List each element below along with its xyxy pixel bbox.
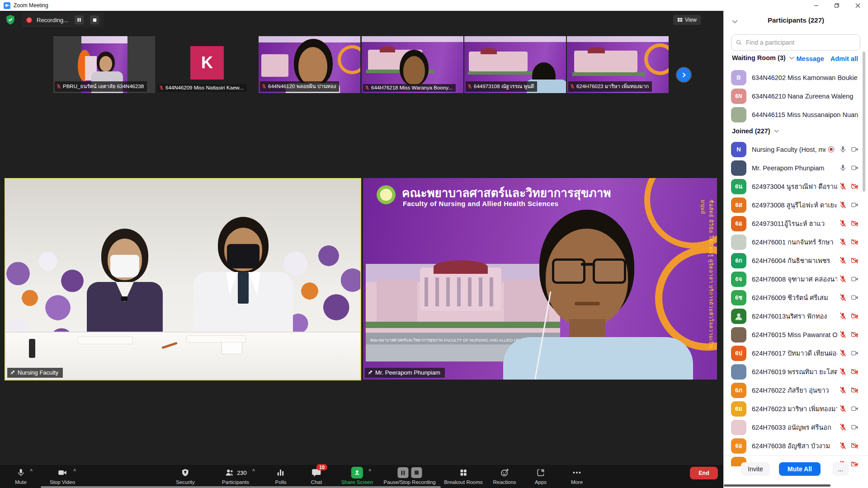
mic-muted-icon[interactable] bbox=[839, 349, 847, 357]
video-thumbnail[interactable]: 644H76218 Miss Waranya Boony... bbox=[362, 36, 463, 93]
participant-row[interactable]: 6ม 624H76023 มาริษา เพิ่มทองมาก bbox=[724, 399, 862, 418]
apps-button[interactable]: Apps bbox=[535, 467, 547, 485]
participant-row[interactable]: 6ช 624H76009 ชีวรัตน์ ศรีเสม bbox=[724, 288, 862, 307]
chevron-up-icon[interactable]: ^ bbox=[368, 469, 371, 474]
participant-row[interactable]: 6น 624973004 นูรฮาณีฟา ดือราแม bbox=[724, 177, 862, 196]
participant-row[interactable]: 624H76015 Miss Pawanrat Onn... bbox=[724, 325, 862, 344]
participant-row[interactable]: 6ส 624973008 สูนุรีไอฟะห์ ตาเยะ bbox=[724, 196, 862, 214]
stop-video-button[interactable]: ^ Stop Video bbox=[50, 467, 75, 485]
reactions-button[interactable]: Reactions bbox=[493, 467, 516, 485]
message-link[interactable]: Message bbox=[797, 55, 824, 62]
mic-muted-icon[interactable] bbox=[839, 294, 847, 301]
participant-row[interactable]: 624H76033 อนัญพร ศรีนอก bbox=[724, 418, 862, 436]
stop-icon[interactable] bbox=[411, 467, 422, 478]
camera-on-icon[interactable] bbox=[851, 145, 859, 153]
participant-row[interactable]: 624H76001 กนกจันทร์ รักษา bbox=[724, 233, 862, 251]
participant-row[interactable]: 6อ 624973011อู้ไรนะห์ ฮาแว bbox=[724, 214, 862, 233]
camera-off-icon[interactable] bbox=[851, 220, 859, 227]
mic-muted-icon[interactable] bbox=[839, 368, 847, 375]
admit-all-link[interactable]: Admit all bbox=[830, 55, 858, 62]
panel-horizontal-scrollbar[interactable] bbox=[724, 484, 830, 487]
pause-icon[interactable] bbox=[397, 467, 408, 478]
camera-off-icon[interactable] bbox=[851, 238, 859, 246]
security-button[interactable]: Security bbox=[176, 467, 195, 485]
camera-on-icon[interactable] bbox=[851, 201, 859, 209]
camera-off-icon[interactable] bbox=[851, 368, 859, 375]
participant-row[interactable]: B 634N46202 Miss Kamonwan Boukie bbox=[724, 68, 862, 87]
camera-on-icon[interactable] bbox=[851, 405, 859, 413]
video-thumbnail[interactable]: PBRU_ธนรัตน์ เอตาลัย 634N46238 bbox=[53, 36, 155, 93]
invite-button[interactable]: Invite bbox=[741, 462, 770, 476]
breakout-rooms-button[interactable]: Breakout Rooms bbox=[444, 467, 483, 485]
mic-icon[interactable] bbox=[839, 164, 847, 172]
video-thumbnail[interactable]: K 644N46209 Miss Nattasiri Kaew... bbox=[156, 36, 258, 93]
mic-muted-icon[interactable] bbox=[839, 220, 847, 227]
camera-on-icon[interactable] bbox=[851, 164, 859, 172]
participants-scrollbar[interactable] bbox=[863, 52, 865, 192]
main-video-nursing-faculty[interactable]: Nursing Faculty bbox=[5, 178, 361, 380]
camera-off-icon[interactable] bbox=[851, 312, 859, 320]
restore-button[interactable] bbox=[826, 0, 847, 11]
mic-muted-icon[interactable] bbox=[839, 238, 847, 246]
close-button[interactable] bbox=[847, 0, 868, 11]
mute-button[interactable]: ^ Mute bbox=[15, 467, 27, 485]
participant-row[interactable]: 6N 634N46210 Nana Zureena Waleng bbox=[724, 87, 862, 105]
camera-on-icon[interactable] bbox=[851, 275, 859, 283]
horizontal-scrollbar[interactable] bbox=[41, 486, 441, 488]
joined-header[interactable]: Joined (227) bbox=[732, 127, 779, 135]
participant-row[interactable]: 6ภ 624H76022 ภัสรียา อุ่นขาว bbox=[724, 381, 862, 399]
pause-stop-recording-button[interactable]: Pause/Stop Recording bbox=[383, 467, 435, 485]
camera-off-icon[interactable] bbox=[851, 386, 859, 394]
mic-muted-icon[interactable] bbox=[839, 312, 847, 320]
mic-muted-icon[interactable] bbox=[839, 331, 847, 338]
view-button[interactable]: View bbox=[673, 15, 701, 25]
mic-muted-icon[interactable] bbox=[839, 405, 847, 413]
camera-off-icon[interactable] bbox=[851, 331, 859, 338]
camera-on-icon[interactable] bbox=[851, 349, 859, 357]
encryption-shield-icon[interactable] bbox=[5, 14, 15, 25]
participant-row[interactable]: 6ก 624H76004 กันธิชาผาเพชร bbox=[724, 251, 862, 270]
stop-recording-button[interactable] bbox=[90, 15, 99, 24]
mic-muted-icon[interactable] bbox=[839, 257, 847, 264]
share-screen-button[interactable]: ^ Share Screen bbox=[341, 467, 373, 485]
mic-muted-icon[interactable] bbox=[839, 183, 847, 190]
participant-row[interactable]: 644N46115 Miss Nussanaipon Nuanpian bbox=[724, 105, 862, 124]
video-thumbnail[interactable]: 644973108 ณัฐวรรณ พูนดี bbox=[464, 36, 566, 93]
more-button[interactable]: More bbox=[571, 467, 583, 485]
minimize-button[interactable] bbox=[806, 0, 826, 11]
mic-muted-icon[interactable] bbox=[839, 442, 847, 450]
video-thumbnail[interactable]: 624H76023 มาริษา เพิ่มทองมาก bbox=[567, 36, 669, 93]
polls-button[interactable]: Polls bbox=[275, 467, 287, 485]
chevron-up-icon[interactable]: ^ bbox=[30, 469, 33, 474]
mic-muted-icon[interactable] bbox=[839, 386, 847, 394]
search-input[interactable] bbox=[745, 38, 855, 47]
waiting-room-header[interactable]: Waiting Room (3) bbox=[732, 54, 794, 61]
mute-all-button[interactable]: Mute All bbox=[779, 462, 821, 476]
camera-on-icon[interactable] bbox=[851, 423, 859, 431]
next-page-button[interactable] bbox=[677, 68, 691, 82]
camera-off-icon[interactable] bbox=[851, 442, 859, 450]
main-video-peerapom[interactable]: คณะพยาบาลศาสตร์และวิทยาการสุขภาพ Faculty… bbox=[363, 178, 717, 380]
participants-button[interactable]: 230 ^ Participants bbox=[222, 467, 249, 485]
participant-row[interactable]: Mr. Peerapom Phunpiam bbox=[724, 159, 862, 177]
camera-off-icon[interactable] bbox=[851, 257, 859, 264]
panel-more-button[interactable]: ... bbox=[832, 462, 849, 476]
participant-search[interactable] bbox=[731, 34, 860, 51]
chevron-up-icon[interactable]: ^ bbox=[73, 469, 76, 474]
video-thumbnail[interactable]: 644N46120 พลอยผิน ปานทอง bbox=[259, 36, 360, 93]
pause-recording-button[interactable] bbox=[75, 15, 84, 24]
participant-row[interactable]: N Nursing Faculty (Host, me) bbox=[724, 140, 862, 159]
mic-muted-icon[interactable] bbox=[839, 423, 847, 431]
participant-row[interactable]: 6ป 624H76017 ปัทมาวดี เทียนผ่องศรี bbox=[724, 344, 862, 362]
chat-button[interactable]: 10 Chat bbox=[311, 467, 322, 485]
participant-row[interactable]: 6จ 624H76008 จุฑามาศ คล่องนาวา bbox=[724, 270, 862, 288]
chevron-up-icon[interactable]: ^ bbox=[252, 469, 255, 474]
camera-on-icon[interactable] bbox=[851, 294, 859, 301]
participant-row[interactable]: 624H76013นริศรา ฟักทอง bbox=[724, 307, 862, 325]
mic-icon[interactable] bbox=[839, 145, 847, 153]
participant-row[interactable]: 624H76019 พรรณทิมา ยะโสต bbox=[724, 362, 862, 381]
camera-off-icon[interactable] bbox=[851, 183, 859, 190]
end-button[interactable]: End bbox=[690, 467, 718, 479]
mic-muted-icon[interactable] bbox=[839, 201, 847, 209]
mic-muted-icon[interactable] bbox=[839, 275, 847, 283]
